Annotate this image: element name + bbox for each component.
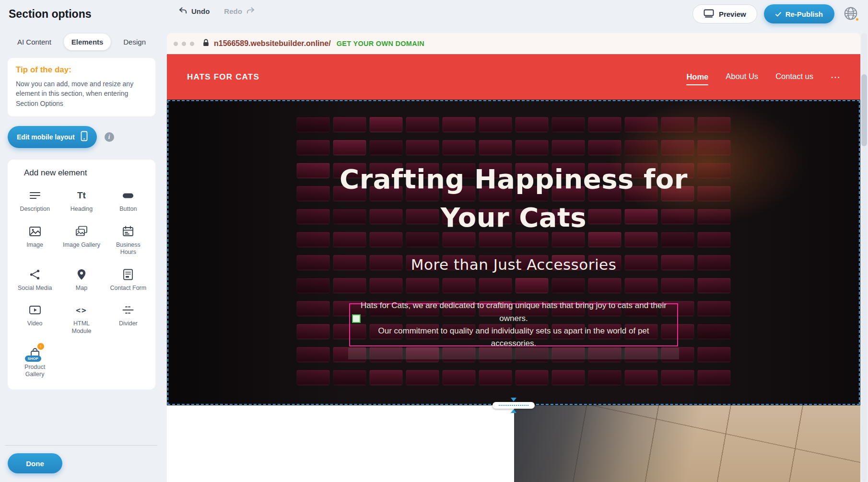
brick <box>297 140 330 155</box>
language-globe-button[interactable] <box>841 4 860 23</box>
redo-icon <box>246 7 255 16</box>
hero-heading[interactable]: Crafting Happiness for Your Cats <box>167 160 860 237</box>
tab-elements[interactable]: Elements <box>64 34 111 50</box>
browser-chrome-bar: n1566589.websitebuilder.online/ GET YOUR… <box>167 33 860 54</box>
site-nav: Home About Us Contact us ⋯ <box>686 72 840 82</box>
brick <box>516 278 549 293</box>
edit-mobile-label: Edit mobile layout <box>17 133 75 141</box>
resize-handle-left[interactable] <box>352 314 361 323</box>
brick <box>516 117 549 132</box>
page-title: Section options <box>9 8 92 21</box>
element-product-gallery[interactable]: SHOP ↑ Product Gallery <box>12 342 58 382</box>
element-label: Social Media <box>18 285 52 292</box>
add-element-title: Add new element <box>24 168 152 178</box>
undo-button[interactable]: Undo <box>178 7 210 16</box>
brick <box>552 370 585 385</box>
preview-button[interactable]: Preview <box>692 4 757 23</box>
brick <box>698 347 731 362</box>
monitor-icon <box>704 9 714 19</box>
add-element-panel: Add new element Description Tt Heading <box>8 160 155 390</box>
site-header[interactable]: HATS FOR CATS Home About Us Contact us ⋯ <box>167 54 860 100</box>
element-map[interactable]: Map <box>58 263 105 296</box>
window-dot <box>174 42 178 46</box>
brick <box>297 278 330 293</box>
next-section[interactable] <box>167 405 860 482</box>
element-button[interactable]: Button <box>105 184 152 217</box>
element-label: Product Gallery <box>16 364 54 379</box>
hero-section[interactable]: Crafting Happiness for Your Cats More th… <box>167 100 860 405</box>
nav-more-button[interactable]: ⋯ <box>831 72 840 82</box>
element-image-gallery[interactable]: Image Gallery <box>58 219 105 260</box>
preview-scrollbar[interactable] <box>861 33 867 482</box>
site-url: n1566589.websitebuilder.online/ <box>214 39 331 48</box>
hero-description: Hats for Cats, we are dedicated to craft… <box>356 299 671 350</box>
element-social-media[interactable]: Social Media <box>12 263 58 296</box>
selected-text-element[interactable]: Hats for Cats, we are dedicated to craft… <box>349 303 678 346</box>
get-domain-link[interactable]: GET YOUR OWN DOMAIN <box>337 40 424 47</box>
element-label: Map <box>76 285 87 292</box>
element-html-module[interactable]: <> HTML Module <box>58 298 105 338</box>
map-pin-icon <box>75 267 88 282</box>
video-icon <box>29 302 41 318</box>
nav-about-us[interactable]: About Us <box>726 72 758 82</box>
brick <box>370 278 403 293</box>
brick <box>333 370 366 385</box>
element-contact-form[interactable]: Contact Form <box>105 263 152 296</box>
brick <box>588 278 622 293</box>
arrow-up-icon <box>511 409 516 413</box>
element-divider[interactable]: Divider <box>105 298 152 338</box>
notification-dot <box>855 17 859 22</box>
element-label: Description <box>20 206 50 213</box>
element-label: Contact Form <box>110 285 146 292</box>
button-icon <box>122 188 134 203</box>
brick <box>443 140 476 155</box>
element-label: Image Gallery <box>63 241 100 249</box>
site-logo[interactable]: HATS FOR CATS <box>187 72 259 82</box>
tab-design[interactable]: Design <box>116 34 153 50</box>
brick <box>406 140 439 155</box>
image-icon <box>29 224 41 239</box>
section-height-resize-handle[interactable] <box>493 398 535 413</box>
tip-of-the-day-card: Tip of the day: Now you can add, move an… <box>8 58 155 116</box>
website-builder-app: Section options Undo Redo Preview <box>0 0 868 482</box>
redo-button[interactable]: Redo <box>224 7 255 16</box>
contact-form-icon <box>122 267 134 282</box>
brick <box>552 140 585 155</box>
element-video[interactable]: Video <box>12 298 58 338</box>
business-hours-icon <box>122 224 134 239</box>
brick <box>333 140 366 155</box>
element-description[interactable]: Description <box>12 184 58 217</box>
arrow-down-icon <box>511 398 516 402</box>
edit-mobile-layout-button[interactable]: Edit mobile layout <box>8 126 97 148</box>
info-icon[interactable]: i <box>105 132 114 142</box>
republish-button[interactable]: Re-Publish <box>764 4 834 23</box>
element-image[interactable]: Image <box>12 219 58 260</box>
element-label: Heading <box>70 206 93 213</box>
lock-icon <box>203 39 209 48</box>
done-button[interactable]: Done <box>8 453 62 473</box>
next-section-content <box>167 405 514 482</box>
website-canvas: HATS FOR CATS Home About Us Contact us ⋯… <box>167 54 860 482</box>
brick <box>406 370 439 385</box>
brick <box>625 117 658 132</box>
tab-ai-content[interactable]: AI Content <box>10 34 59 50</box>
element-heading[interactable]: Tt Heading <box>58 184 105 217</box>
brick <box>625 278 658 293</box>
html-module-icon: <> <box>76 302 87 318</box>
brick <box>698 370 731 385</box>
site-preview-frame: n1566589.websitebuilder.online/ GET YOUR… <box>167 33 860 482</box>
mobile-layout-row: Edit mobile layout i <box>8 126 155 148</box>
brick <box>406 117 439 132</box>
element-label: HTML Module <box>63 320 100 335</box>
element-label: Image <box>26 241 43 249</box>
scrollbar-thumb[interactable] <box>861 74 867 146</box>
nav-contact-us[interactable]: Contact us <box>775 72 813 82</box>
nav-home[interactable]: Home <box>686 72 708 85</box>
topbar-actions: Preview Re-Publish <box>692 4 860 23</box>
undo-redo-group: Undo Redo <box>178 7 255 16</box>
brick <box>698 324 731 339</box>
hero-subheading[interactable]: More than Just Accessories <box>167 256 860 273</box>
element-business-hours[interactable]: Business Hours <box>105 219 152 260</box>
brick <box>479 140 512 155</box>
check-icon <box>775 10 781 18</box>
